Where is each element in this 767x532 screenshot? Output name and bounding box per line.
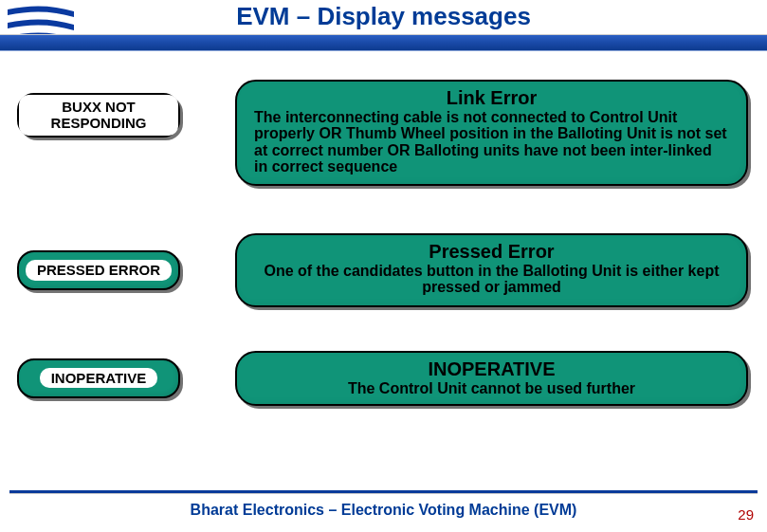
header: EVM – Display messages (0, 0, 767, 53)
footer: Bharat Electronics – Electronic Voting M… (0, 490, 767, 532)
page-number: 29 (738, 506, 754, 523)
label-text: BUXX NOT RESPONDING (19, 95, 178, 136)
content-area: BUXX NOT RESPONDING Link Error The inter… (0, 53, 767, 406)
label-text: INOPERATIVE (40, 368, 158, 388)
desc-body: The Control Unit cannot be used further (254, 380, 729, 396)
desc-title: Pressed Error (254, 241, 729, 263)
footer-divider (9, 490, 758, 493)
desc-body: One of the candidates button in the Ball… (254, 263, 729, 296)
desc-pressed-error: Pressed Error One of the candidates butt… (235, 233, 748, 307)
footer-text: Bharat Electronics – Electronic Voting M… (0, 490, 767, 519)
label-inoperative: INOPERATIVE (17, 358, 180, 398)
label-pressed-error: PRESSED ERROR (17, 250, 180, 290)
desc-title: INOPERATIVE (254, 358, 729, 380)
label-text: PRESSED ERROR (26, 260, 172, 280)
message-row: PRESSED ERROR Pressed Error One of the c… (17, 233, 748, 307)
label-buxx-not-responding: BUXX NOT RESPONDING (17, 93, 180, 138)
desc-inoperative: INOPERATIVE The Control Unit cannot be u… (235, 351, 748, 406)
desc-title: Link Error (254, 87, 729, 109)
slide-title: EVM – Display messages (0, 2, 767, 31)
desc-body: The interconnecting cable is not connect… (254, 109, 729, 174)
message-row: BUXX NOT RESPONDING Link Error The inter… (17, 80, 748, 186)
message-row: INOPERATIVE INOPERATIVE The Control Unit… (17, 351, 748, 406)
title-bar: EVM – Display messages (0, 0, 767, 53)
title-underline (0, 34, 767, 51)
desc-link-error: Link Error The interconnecting cable is … (235, 80, 748, 186)
